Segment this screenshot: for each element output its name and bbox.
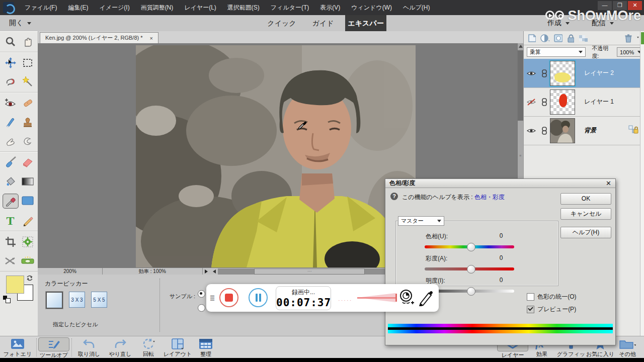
menu-select[interactable]: 選択範囲(S) — [222, 0, 265, 15]
zoom-tool[interactable] — [3, 35, 18, 49]
taskbar-undo[interactable]: 取り消し — [73, 337, 105, 358]
marquee-tool[interactable] — [20, 56, 35, 70]
sample-point-button[interactable] — [46, 292, 63, 309]
layer-row-layer1[interactable]: レイヤー 1 — [524, 87, 644, 117]
channel-select[interactable]: マスター — [398, 216, 444, 226]
help-button[interactable]: ヘルプ(H) — [560, 227, 611, 238]
hue-slider[interactable] — [425, 245, 514, 248]
eraser-tool[interactable] — [20, 155, 35, 169]
colorize-checkbox[interactable]: 色彩の統一(O) — [527, 293, 577, 301]
lock-transparency-icon[interactable] — [579, 34, 588, 43]
scroll-up-icon[interactable] — [519, 45, 523, 48]
sample-3x3-button[interactable]: 3 X 3 — [69, 292, 85, 308]
new-layer-icon[interactable] — [528, 34, 536, 43]
visibility-toggle[interactable] — [524, 99, 539, 106]
tab-guided[interactable]: ガイド — [307, 15, 339, 31]
pause-recording-button[interactable] — [249, 288, 268, 307]
spot-healing-tool[interactable] — [20, 96, 35, 110]
taskbar-organizer[interactable]: 整理 — [190, 337, 221, 358]
taskbar-redo[interactable]: やり直し — [105, 337, 136, 358]
zoom-level[interactable]: 200% — [38, 268, 103, 275]
recompose-tool[interactable] — [20, 235, 35, 249]
lasso-tool[interactable] — [3, 75, 18, 89]
menu-window[interactable]: ウィンドウ(W) — [346, 0, 397, 15]
lightness-slider-knob[interactable] — [467, 287, 475, 296]
restore-button[interactable]: ❐ — [613, 1, 627, 10]
menu-enhance[interactable]: 画質調整(N) — [135, 0, 179, 15]
tab-expert[interactable]: エキスパート — [345, 15, 386, 31]
blend-mode-select[interactable]: 乗算 — [527, 47, 586, 57]
dialog-close-icon[interactable]: ✕ — [606, 179, 611, 187]
brush-tool[interactable] — [3, 155, 18, 169]
webcam-button[interactable] — [398, 289, 415, 308]
paint-bucket-tool[interactable] — [3, 174, 18, 189]
layer-name[interactable]: レイヤー 2 — [584, 69, 614, 77]
open-button[interactable]: 開く — [9, 15, 31, 31]
screen-recorder-toolbar[interactable]: ▬▬▬ 録画中... 00:07:37 ····· — [206, 284, 439, 312]
crop-tool[interactable] — [3, 235, 18, 249]
pencil-tool[interactable] — [20, 214, 35, 228]
link-icon[interactable] — [539, 127, 550, 135]
content-aware-move-tool[interactable] — [3, 254, 18, 268]
preview-checkbox[interactable]: プレビュー(P) — [527, 305, 576, 314]
document-close-icon[interactable]: × — [150, 35, 153, 41]
link-icon[interactable] — [539, 69, 550, 77]
tab-quick[interactable]: クイック — [262, 15, 302, 31]
taskbar-layout[interactable]: レイアウト — [162, 337, 193, 358]
menu-edit[interactable]: 編集(E) — [62, 0, 94, 15]
shape-tool[interactable] — [20, 194, 35, 208]
share-button[interactable]: 配信 — [592, 15, 614, 31]
layer-name[interactable]: レイヤー 1 — [584, 98, 614, 106]
taskbar-rotate[interactable]: 回転 — [133, 337, 164, 358]
saturation-slider-knob[interactable] — [467, 265, 475, 274]
menu-image[interactable]: イメージ(I) — [94, 0, 135, 15]
layer-thumbnail[interactable] — [550, 118, 575, 143]
create-button[interactable]: 作成 — [547, 15, 570, 31]
sample-5x5-button[interactable]: 5 X 5 — [91, 292, 107, 308]
link-icon[interactable] — [539, 98, 550, 106]
delete-layer-icon[interactable] — [624, 34, 631, 43]
layer-thumbnail[interactable] — [550, 89, 575, 115]
cancel-button[interactable]: キャンセル — [560, 208, 611, 220]
adjustment-layer-icon[interactable] — [540, 34, 549, 43]
ok-button[interactable]: OK — [560, 193, 611, 205]
menu-layer[interactable]: レイヤー(L) — [179, 0, 222, 15]
menu-view[interactable]: 表示(V) — [314, 0, 346, 15]
clone-stamp-tool[interactable] — [20, 115, 35, 129]
dialog-title-bar[interactable]: 色相/彩度 ✕ — [385, 179, 615, 188]
taskbar-more[interactable]: その他 — [612, 337, 643, 358]
eyedropper-tool[interactable] — [3, 194, 19, 209]
smart-brush-tool[interactable] — [3, 115, 18, 129]
hand-tool[interactable] — [20, 35, 35, 49]
layer-name[interactable]: 背景 — [584, 126, 596, 135]
lock-icon[interactable] — [567, 34, 574, 43]
minimize-button[interactable]: — — [598, 1, 612, 10]
swap-colors-icon[interactable] — [26, 275, 33, 282]
straighten-tool[interactable] — [20, 254, 35, 268]
move-tool[interactable] — [3, 56, 18, 70]
magic-wand-tool[interactable] — [20, 75, 35, 89]
smudge-tool[interactable] — [3, 134, 18, 148]
visibility-toggle[interactable] — [524, 70, 539, 76]
foreground-color-swatch[interactable] — [6, 276, 24, 294]
type-tool[interactable]: T — [3, 214, 18, 228]
annotate-button[interactable] — [418, 289, 435, 308]
horizontal-scroll-thumb[interactable]: ⋯ — [254, 268, 365, 275]
layer-thumbnail[interactable] — [550, 61, 575, 86]
layers-scrollbar[interactable] — [640, 31, 644, 336]
layer-row-background[interactable]: 背景 — [524, 116, 644, 145]
default-colors-icon[interactable] — [3, 296, 10, 303]
menu-filter[interactable]: フィルター(T) — [265, 0, 314, 15]
hue-slider-knob[interactable] — [467, 243, 475, 251]
gradient-tool[interactable] — [20, 174, 35, 189]
layer-mask-icon[interactable] — [554, 34, 562, 43]
drag-handle-icon[interactable]: ▬▬▬ — [210, 295, 215, 301]
menu-file[interactable]: ファイル(F) — [19, 0, 62, 15]
saturation-slider[interactable] — [425, 267, 514, 270]
status-play-icon[interactable] — [205, 269, 208, 274]
photo-document[interactable] — [136, 45, 416, 267]
visibility-toggle[interactable] — [524, 128, 539, 134]
stop-recording-button[interactable] — [219, 288, 238, 307]
scroll-left-icon[interactable] — [213, 269, 216, 274]
document-tab[interactable]: Ken.jpg @ 200% (レイヤー 2, RGB/8) * × — [40, 32, 158, 43]
